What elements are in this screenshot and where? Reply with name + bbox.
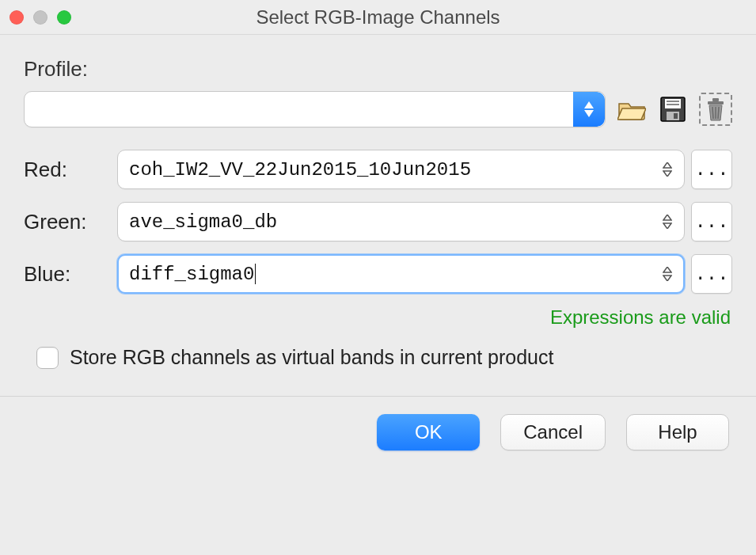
blue-expression-button[interactable]: ...	[691, 254, 732, 294]
dialog-content: Profile:	[0, 35, 756, 466]
help-button[interactable]: Help	[626, 414, 729, 450]
profile-select-value	[25, 92, 573, 127]
store-checkbox-label: Store RGB channels as virtual bands in c…	[70, 346, 553, 369]
svg-rect-2	[667, 101, 679, 102]
svg-rect-5	[674, 113, 678, 119]
chevron-up-down-icon[interactable]	[657, 154, 678, 184]
cancel-button[interactable]: Cancel	[500, 414, 606, 450]
separator	[0, 396, 756, 397]
minimize-icon	[33, 10, 47, 25]
red-expression-button[interactable]: ...	[691, 150, 732, 189]
blue-value: diff_sigma0	[129, 264, 657, 285]
profile-select[interactable]	[24, 91, 606, 127]
titlebar: Select RGB-Image Channels	[0, 0, 756, 35]
profile-row	[24, 91, 732, 127]
window-title: Select RGB-Image Channels	[0, 6, 756, 29]
red-input[interactable]: coh_IW2_VV_22Jun2015_10Jun2015	[117, 150, 685, 189]
open-folder-icon[interactable]	[617, 94, 647, 124]
store-checkbox[interactable]	[36, 347, 59, 369]
store-checkbox-row: Store RGB channels as virtual bands in c…	[36, 346, 732, 369]
channel-row-red: Red: coh_IW2_VV_22Jun2015_10Jun2015 ...	[24, 150, 732, 189]
green-expression-button[interactable]: ...	[691, 202, 732, 241]
channel-row-green: Green: ave_sigma0_db ...	[24, 202, 732, 241]
chevron-up-down-icon[interactable]	[573, 92, 605, 127]
blue-label: Blue:	[24, 262, 111, 287]
chevron-up-down-icon[interactable]	[657, 259, 678, 289]
svg-rect-6	[708, 101, 724, 105]
svg-line-8	[712, 107, 713, 119]
blue-input[interactable]: diff_sigma0	[117, 254, 685, 294]
green-label: Green:	[24, 210, 111, 234]
red-label: Red:	[24, 158, 111, 182]
svg-rect-7	[712, 98, 719, 101]
svg-rect-3	[667, 104, 679, 105]
red-value: coh_IW2_VV_22Jun2015_10Jun2015	[129, 159, 657, 181]
window-controls	[9, 10, 71, 25]
text-cursor	[255, 264, 256, 284]
green-value: ave_sigma0_db	[129, 211, 657, 233]
svg-line-10	[718, 107, 719, 119]
profile-label: Profile:	[24, 57, 732, 82]
close-icon[interactable]	[9, 10, 24, 25]
trash-icon[interactable]	[699, 93, 732, 126]
ok-button[interactable]: OK	[377, 414, 480, 450]
floppy-save-icon[interactable]	[658, 94, 688, 124]
chevron-up-down-icon[interactable]	[657, 207, 678, 237]
dialog-buttons: OK Cancel Help	[24, 414, 732, 450]
validation-message: Expressions are valid	[24, 306, 731, 329]
green-input[interactable]: ave_sigma0_db	[117, 202, 685, 241]
channel-row-blue: Blue: diff_sigma0 ...	[24, 254, 732, 294]
maximize-icon[interactable]	[57, 10, 71, 25]
